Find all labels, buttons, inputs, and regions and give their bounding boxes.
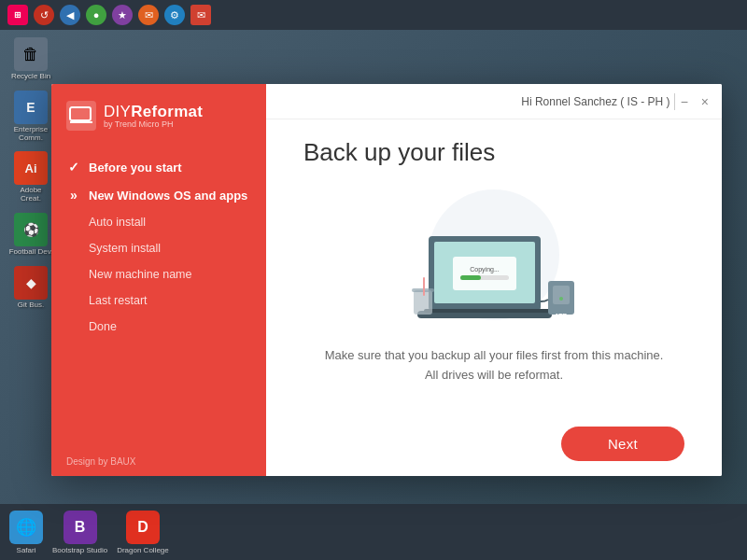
checkmark-icon: ✓ (66, 160, 81, 175)
nav-item-last-restart[interactable]: Last restart (51, 287, 266, 314)
close-button[interactable]: × (699, 95, 711, 108)
svg-rect-11 (460, 275, 481, 280)
user-name: Hi Ronnel Sanchez ( IS - PH ) (521, 95, 669, 108)
nav-item-auto-install[interactable]: Auto install (51, 209, 266, 235)
git-icon[interactable]: ◆ Git Bus. (7, 266, 54, 310)
svg-rect-18 (423, 277, 425, 296)
app-icon-2[interactable]: ★ (112, 5, 133, 25)
header-separator (674, 93, 675, 110)
logo-main: DIYReformat (104, 103, 203, 121)
next-button[interactable]: Next (561, 427, 684, 461)
browser-icon-2[interactable]: ◀ (60, 5, 80, 25)
logo-sub: by Trend Micro PH (104, 119, 203, 129)
taskbar-top: ⊞ ↺ ◀ ● ★ ✉ ⚙ ✉ (0, 0, 747, 30)
nav-item-done[interactable]: Done (51, 314, 266, 340)
recycle-bin-icon[interactable]: 🗑 Recycle Bin (7, 37, 54, 81)
header-bar: Hi Ronnel Sanchez ( IS - PH ) − × (266, 84, 722, 119)
app-icon-1[interactable]: ● (86, 5, 106, 25)
svg-rect-0 (70, 107, 91, 120)
sidebar-nav: ✓ Before you start » New Windows OS and … (51, 146, 266, 447)
sidebar: DIYReformat by Trend Micro PH ✓ Before y… (51, 84, 266, 476)
mail-notification-icon[interactable]: ✉ (190, 5, 211, 25)
adobe-icon[interactable]: Ai AdobeCreat. (7, 151, 54, 203)
arrow-right-icon: » (66, 188, 81, 203)
svg-point-15 (559, 297, 563, 301)
nav-item-new-machine-name[interactable]: New machine name (51, 261, 266, 287)
page-title: Back up your files (303, 138, 495, 167)
dialog-window: DIYReformat by Trend Micro PH ✓ Before y… (51, 84, 722, 476)
browser-icon-1[interactable]: ↺ (34, 5, 54, 25)
window-controls: − × (679, 95, 711, 108)
user-info: Hi Ronnel Sanchez ( IS - PH ) (521, 95, 669, 108)
taskbar-safari[interactable]: 🌐 Safari (9, 511, 43, 554)
logo-text: DIYReformat by Trend Micro PH (104, 103, 203, 129)
svg-text:Copying...: Copying... (470, 266, 500, 273)
app-icon-3[interactable]: ✉ (138, 5, 159, 25)
nav-item-new-windows[interactable]: » New Windows OS and apps (51, 181, 266, 209)
main-content: Hi Ronnel Sanchez ( IS - PH ) − × Back u… (266, 84, 722, 476)
app-icon-4[interactable]: ⚙ (164, 5, 185, 25)
football-icon[interactable]: ⚽ Football Dev. (7, 213, 54, 257)
description-text: Make sure that you backup all your files… (317, 346, 671, 385)
taskbar-bootstrap[interactable]: B Bootstrap Studio (52, 511, 107, 554)
svg-rect-8 (453, 257, 516, 290)
taskbar-dragon[interactable]: D Dragon College (117, 511, 169, 554)
logo-icon (66, 101, 96, 131)
taskbar-bottom: 🌐 Safari B Bootstrap Studio D Dragon Col… (0, 504, 747, 560)
desktop-icons-left: 🗑 Recycle Bin E Enterprise Comm. Ai Adob… (7, 37, 54, 310)
svg-rect-13 (553, 286, 570, 304)
nav-item-before-you-start[interactable]: ✓ Before you start (51, 153, 266, 181)
svg-rect-7 (424, 309, 564, 313)
minimize-button[interactable]: − (679, 95, 690, 108)
start-icon[interactable]: ⊞ (7, 5, 28, 25)
content-footer: Next (266, 427, 722, 476)
sidebar-logo: DIYReformat by Trend Micro PH (51, 84, 266, 146)
enterprise-icon[interactable]: E Enterprise Comm. (7, 91, 54, 143)
content-area: Back up your files Cop (266, 119, 722, 427)
svg-text:1TB: 1TB (555, 313, 567, 319)
backup-illustration: Copying... 1TB (382, 180, 606, 329)
nav-item-system-install[interactable]: System install (51, 235, 266, 261)
sidebar-footer: Design by BAUX (51, 447, 266, 476)
